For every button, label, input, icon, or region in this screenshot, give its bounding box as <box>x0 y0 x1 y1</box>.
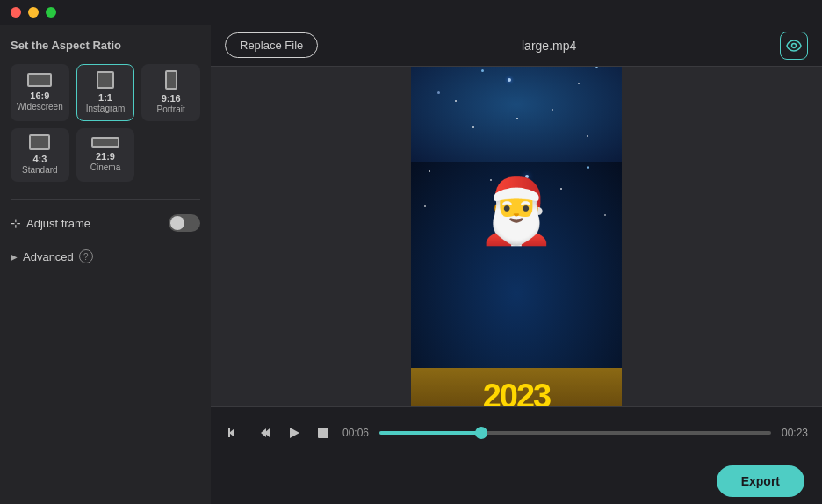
rewind-icon <box>228 427 241 439</box>
divider-1 <box>11 199 200 200</box>
aspect-name-21-9: Cinema <box>90 162 120 173</box>
video-container: 🎅 2023 <box>411 67 622 406</box>
play-icon <box>288 427 300 439</box>
content-area: Replace File large.mp4 <box>211 25 822 504</box>
aspect-name-1-1: Instagram <box>86 104 125 114</box>
sidebar: Set the Aspect Ratio 16:9 Widescreen 1:1… <box>0 25 211 504</box>
close-button[interactable] <box>11 7 21 18</box>
eye-icon <box>786 40 802 52</box>
aspect-name-16-9: Widescreen <box>17 102 63 112</box>
aspect-icon-16-9 <box>27 73 52 87</box>
aspect-ratio-16-9[interactable]: 16:9 Widescreen <box>11 64 69 121</box>
preview-button[interactable] <box>780 32 808 60</box>
export-button[interactable]: Export <box>717 465 804 497</box>
step-back-icon <box>258 427 270 439</box>
aspect-ratio-label-16-9: 16:9 <box>17 90 63 102</box>
top-bar: Replace File large.mp4 <box>211 25 822 67</box>
stop-button[interactable] <box>314 424 332 442</box>
step-back-button[interactable] <box>255 423 274 443</box>
advanced-row[interactable]: ▶ Advanced ? <box>11 246 200 267</box>
aspect-ratio-1-1[interactable]: 1:1 Instagram <box>76 64 135 121</box>
title-bar <box>0 0 822 25</box>
rewind-button[interactable] <box>225 423 244 443</box>
year-banner: 2023 <box>411 368 622 406</box>
stop-icon <box>318 428 328 438</box>
aspect-name-9-16: Portrait <box>157 104 185 115</box>
bottom-bar: Export <box>211 458 822 504</box>
aspect-ratio-label-1-1: 1:1 <box>86 92 125 104</box>
chevron-right-icon: ▶ <box>11 252 18 262</box>
aspect-icon-9-16 <box>165 70 177 90</box>
aspect-ratio-label-21-9: 21:9 <box>90 151 120 162</box>
aspect-icon-1-1 <box>97 71 114 89</box>
minimize-button[interactable] <box>28 7 39 18</box>
advanced-label: Advanced <box>23 250 74 263</box>
aspect-ratio-label-4-3: 4:3 <box>22 154 58 165</box>
aspect-name-4-3: Standard <box>22 165 58 176</box>
progress-fill <box>379 431 481 435</box>
aspect-ratio-grid-2: 4:3 Standard 21:9 Cinema <box>11 128 200 182</box>
aspect-ratio-21-9[interactable]: 21:9 Cinema <box>76 128 135 182</box>
svg-rect-6 <box>318 428 328 438</box>
adjust-frame-icon: ⊹ <box>11 216 21 230</box>
santa-figure: 🎅 <box>477 179 556 242</box>
video-bottom: 🎅 2023 <box>411 162 622 406</box>
aspect-ratio-grid: 16:9 Widescreen 1:1 Instagram 9:16 Portr… <box>11 64 200 121</box>
maximize-button[interactable] <box>46 7 56 18</box>
replace-file-button[interactable]: Replace File <box>225 32 318 58</box>
main-area: Set the Aspect Ratio 16:9 Widescreen 1:1… <box>0 25 822 504</box>
progress-track[interactable] <box>379 431 771 435</box>
svg-marker-5 <box>290 428 299 438</box>
info-icon[interactable]: ? <box>79 249 93 263</box>
progress-thumb <box>475 427 487 439</box>
aspect-ratio-label-9-16: 9:16 <box>157 93 185 104</box>
playback-bar: 00:06 00:23 <box>211 406 822 458</box>
video-area: 🎅 2023 <box>211 67 822 406</box>
play-button[interactable] <box>285 423 304 443</box>
stars-background-top <box>411 67 622 162</box>
aspect-ratio-9-16[interactable]: 9:16 Portrait <box>141 64 200 121</box>
svg-rect-2 <box>228 428 230 437</box>
total-time: 00:23 <box>782 427 808 439</box>
stars-background-bottom: 🎅 2023 <box>411 162 622 406</box>
toggle-knob <box>170 216 184 230</box>
video-top <box>411 67 622 162</box>
svg-point-0 <box>792 43 797 47</box>
adjust-frame-label: ⊹ Adjust frame <box>11 216 90 230</box>
aspect-icon-21-9 <box>91 137 119 148</box>
aspect-ratio-4-3[interactable]: 4:3 Standard <box>11 128 69 182</box>
current-time: 00:06 <box>342 427 369 439</box>
aspect-icon-4-3 <box>29 134 50 150</box>
year-text: 2023 <box>483 378 551 406</box>
file-name: large.mp4 <box>318 39 780 53</box>
adjust-frame-toggle[interactable] <box>169 214 200 232</box>
sidebar-title: Set the Aspect Ratio <box>11 39 200 52</box>
adjust-frame-row: ⊹ Adjust frame <box>11 211 200 235</box>
